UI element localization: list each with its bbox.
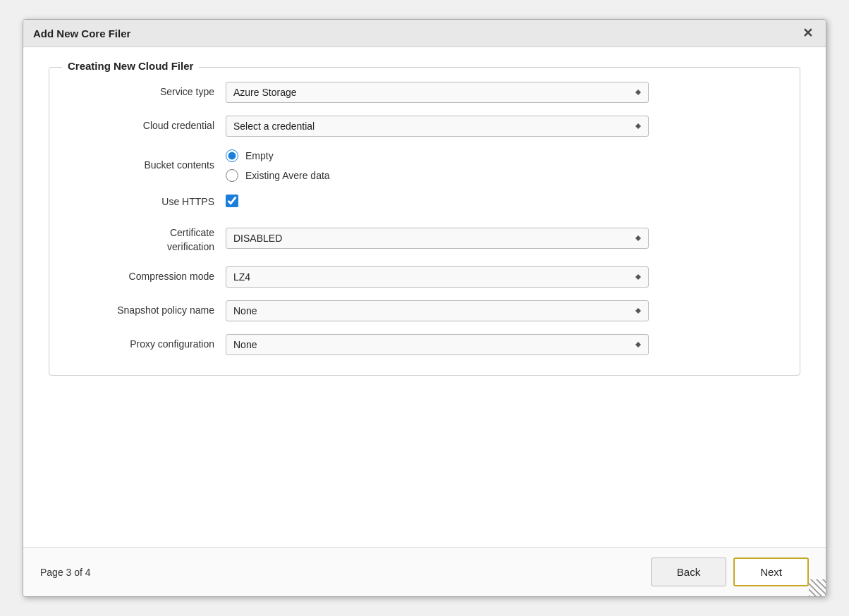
dialog-footer: Page 3 of 4 Back Next <box>23 547 826 596</box>
use-https-label: Use HTTPS <box>71 195 226 209</box>
compression-mode-select[interactable]: LZ4 None LZ4HC <box>226 266 649 288</box>
service-type-control: Azure Storage Amazon S3 Google Cloud Sto… <box>226 82 649 103</box>
service-type-select[interactable]: Azure Storage Amazon S3 Google Cloud Sto… <box>226 82 649 103</box>
close-button[interactable]: ✕ <box>800 27 816 39</box>
cloud-credential-select[interactable]: Select a credential <box>226 116 649 137</box>
compression-mode-control: LZ4 None LZ4HC <box>226 266 649 288</box>
bucket-existing-label: Existing Avere data <box>245 170 330 181</box>
add-core-filer-dialog: Add New Core Filer ✕ Creating New Cloud … <box>23 19 826 597</box>
cloud-credential-row: Cloud credential Select a credential <box>71 116 778 137</box>
bucket-contents-radiogroup: Empty Existing Avere data <box>226 149 649 182</box>
use-https-control <box>226 195 649 209</box>
cert-verification-control: DISABLED ENABLED <box>226 228 649 249</box>
dialog-titlebar: Add New Core Filer ✕ <box>23 20 826 47</box>
snapshot-policy-select[interactable]: None <box>226 300 649 321</box>
service-type-label: Service type <box>71 85 226 99</box>
snapshot-policy-row: Snapshot policy name None <box>71 300 778 321</box>
bucket-contents-control: Empty Existing Avere data <box>226 149 649 182</box>
back-button[interactable]: Back <box>651 558 726 586</box>
snapshot-policy-control: None <box>226 300 649 321</box>
service-type-row: Service type Azure Storage Amazon S3 Goo… <box>71 82 778 103</box>
compression-mode-label: Compression mode <box>71 270 226 284</box>
dialog-body: Creating New Cloud Filer Service type Az… <box>23 47 826 547</box>
snapshot-policy-label: Snapshot policy name <box>71 304 226 318</box>
bucket-contents-row: Bucket contents Empty Existing Avere dat… <box>71 149 778 182</box>
proxy-config-select[interactable]: None <box>226 334 649 355</box>
bucket-empty-item: Empty <box>226 149 649 162</box>
proxy-config-control: None <box>226 334 649 355</box>
proxy-config-label: Proxy configuration <box>71 338 226 352</box>
bucket-empty-label: Empty <box>245 150 274 161</box>
cloud-credential-label: Cloud credential <box>71 119 226 133</box>
cert-verification-select[interactable]: DISABLED ENABLED <box>226 228 649 249</box>
next-button[interactable]: Next <box>733 558 809 586</box>
footer-buttons: Back Next <box>651 558 809 586</box>
bucket-existing-radio[interactable] <box>226 169 238 182</box>
bucket-existing-item: Existing Avere data <box>226 169 649 182</box>
proxy-config-row: Proxy configuration None <box>71 334 778 355</box>
cloud-credential-control: Select a credential <box>226 116 649 137</box>
cert-verification-row: Certificateverification DISABLED ENABLED <box>71 222 778 254</box>
use-https-row: Use HTTPS <box>71 195 778 209</box>
bucket-empty-radio[interactable] <box>226 149 238 162</box>
bucket-contents-label: Bucket contents <box>71 159 226 173</box>
page-indicator: Page 3 of 4 <box>40 567 91 578</box>
dialog-title: Add New Core Filer <box>33 27 130 39</box>
compression-mode-row: Compression mode LZ4 None LZ4HC <box>71 266 778 288</box>
section-legend: Creating New Cloud Filer <box>62 60 199 72</box>
section-box: Creating New Cloud Filer Service type Az… <box>49 67 800 376</box>
cert-verification-label: Certificateverification <box>71 222 226 254</box>
use-https-checkbox[interactable] <box>226 195 238 207</box>
